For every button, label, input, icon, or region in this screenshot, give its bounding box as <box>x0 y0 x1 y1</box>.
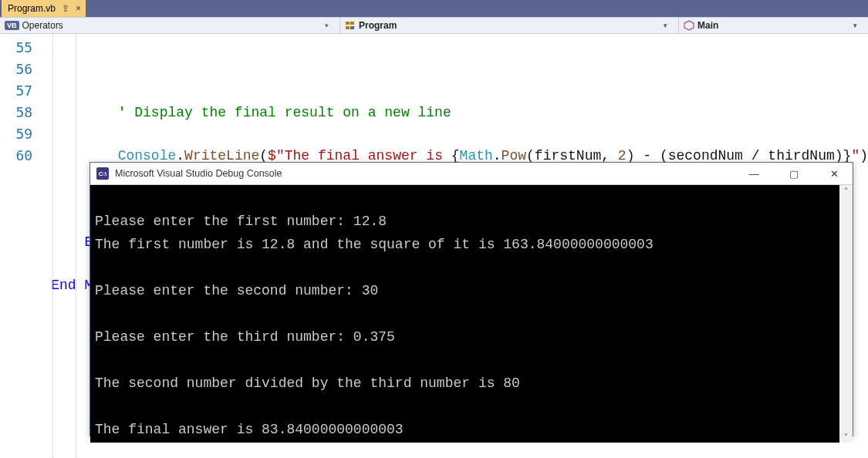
module-icon <box>345 20 356 31</box>
line-number: 55 <box>0 37 32 59</box>
line-number: 57 <box>0 80 32 102</box>
editor-tab-program[interactable]: Program.vb ⇪ × <box>2 0 86 17</box>
console-line: The second number divided by the third n… <box>95 375 520 391</box>
editor-tab-bar: Program.vb ⇪ × <box>0 0 868 17</box>
minimize-button[interactable]: — <box>737 163 771 184</box>
maximize-button[interactable]: ▢ <box>777 163 811 184</box>
svg-marker-4 <box>684 21 694 30</box>
chevron-down-icon: ▾ <box>853 22 863 29</box>
close-icon[interactable]: × <box>76 3 81 14</box>
debug-console-window: C:\ Microsoft Visual Studio Debug Consol… <box>90 162 853 436</box>
nav-member-dropdown[interactable]: Main ▾ <box>679 18 868 33</box>
code-line: ' Display the final result on a new line <box>51 102 868 123</box>
svg-rect-3 <box>350 26 354 29</box>
console-line: Please enter the third number: 0.375 <box>95 329 395 345</box>
scroll-down-icon[interactable]: ˅ <box>844 433 848 441</box>
line-number: 56 <box>0 59 32 80</box>
line-number: 60 <box>0 145 32 167</box>
console-scrollbar[interactable]: ˄ ˅ <box>839 185 853 443</box>
console-icon: C:\ <box>96 167 109 180</box>
nav-type-label: Program <box>359 20 397 31</box>
svg-rect-0 <box>346 22 350 25</box>
close-button[interactable]: ✕ <box>817 163 851 184</box>
line-number-gutter: 55 56 57 58 59 60 <box>0 34 51 458</box>
svg-rect-2 <box>346 26 350 29</box>
method-icon <box>684 20 694 31</box>
nav-type-dropdown[interactable]: Program ▾ <box>339 18 679 33</box>
nav-member-label: Main <box>697 20 718 31</box>
console-title: Microsoft Visual Studio Debug Console <box>115 168 731 179</box>
comment-text: ' Display the final result on a new line <box>118 105 451 120</box>
chevron-down-icon: ▾ <box>664 22 674 29</box>
nav-scope-dropdown[interactable]: VB Operators ▾ <box>0 18 339 33</box>
console-line: The final answer is 83.84000000000003 <box>95 422 404 437</box>
console-line: The first number is 12.8 and the square … <box>95 237 654 252</box>
console-output[interactable]: Please enter the first number: 12.8 The … <box>90 185 839 443</box>
console-titlebar[interactable]: C:\ Microsoft Visual Studio Debug Consol… <box>90 163 853 185</box>
nav-scope-label: Operators <box>22 20 63 31</box>
tab-filename: Program.vb <box>8 3 56 14</box>
line-number: 59 <box>0 123 32 145</box>
scroll-up-icon[interactable]: ˄ <box>844 187 848 195</box>
vb-badge-icon: VB <box>5 21 19 30</box>
pin-icon[interactable]: ⇪ <box>62 3 69 14</box>
navigation-bar: VB Operators ▾ Program ▾ Main ▾ <box>0 17 868 34</box>
line-number: 58 <box>0 102 32 123</box>
svg-rect-1 <box>350 22 354 25</box>
console-line: Please enter the first number: 12.8 <box>95 214 387 229</box>
console-line: Please enter the second number: 30 <box>95 283 378 298</box>
chevron-down-icon: ▾ <box>325 22 335 29</box>
